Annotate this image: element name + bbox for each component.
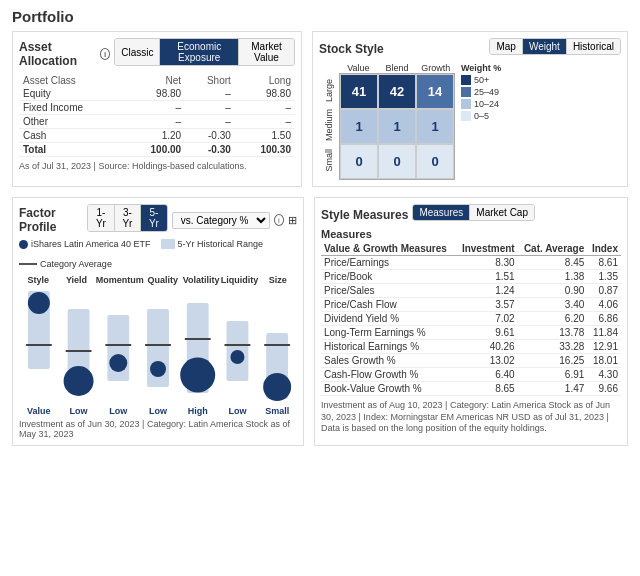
factor-profile-tabs: 1-Yr 3-Yr 5-Yr bbox=[87, 204, 168, 232]
factor-profile-grid-icon[interactable]: ⊞ bbox=[288, 214, 297, 227]
cat-legend-label: Category Average bbox=[40, 259, 112, 269]
sm-table-row: Historical Earnings %40.2633.2812.91 bbox=[321, 340, 621, 354]
tab-market-cap[interactable]: Market Cap bbox=[470, 205, 534, 220]
range-legend-label: 5-Yr Historical Range bbox=[178, 239, 264, 249]
style-measures-panel: Style Measures Measures Market Cap Measu… bbox=[314, 197, 628, 446]
fp-bottom-label: Low bbox=[218, 406, 258, 416]
legend-item: 25–49 bbox=[461, 87, 501, 97]
fp-col-headers: StyleYieldMomentumQualityVolatilityLiqui… bbox=[19, 275, 297, 285]
sm-footer: Investment as of Aug 10, 2023 | Category… bbox=[321, 400, 621, 435]
aa-table-row: Fixed Income––– bbox=[19, 101, 295, 115]
sm-col-investment: Investment bbox=[456, 242, 518, 256]
legend-item: 10–24 bbox=[461, 99, 501, 109]
style-grid-cell: 0 bbox=[416, 144, 454, 179]
fp-col-header: Yield bbox=[57, 275, 95, 285]
row-small: Small bbox=[324, 149, 334, 172]
fp-footer: Investment as of Jun 30, 2023 | Category… bbox=[19, 419, 297, 439]
tab-map[interactable]: Map bbox=[490, 39, 522, 54]
fp-col-header: Style bbox=[19, 275, 57, 285]
sm-table-row: Price/Book1.511.381.35 bbox=[321, 270, 621, 284]
asset-allocation-info-icon[interactable]: i bbox=[100, 48, 110, 60]
tab-measures[interactable]: Measures bbox=[413, 205, 470, 220]
page-title: Portfolio bbox=[12, 8, 628, 25]
range-bar-legend bbox=[161, 239, 175, 249]
style-measures-tabs: Measures Market Cap bbox=[412, 204, 535, 221]
sm-table-row: Cash-Flow Growth %6.406.914.30 bbox=[321, 368, 621, 382]
stock-style-title: Stock Style bbox=[319, 42, 384, 56]
tab-historical[interactable]: Historical bbox=[567, 39, 620, 54]
tab-economic-exposure[interactable]: Economic Exposure bbox=[160, 39, 239, 65]
style-measures-title: Style Measures bbox=[321, 208, 408, 222]
col-net: Net bbox=[125, 74, 185, 87]
asset-allocation-tabs: Classic Economic Exposure Market Value bbox=[114, 38, 295, 66]
sm-table-row: Dividend Yield %7.026.206.86 bbox=[321, 312, 621, 326]
svg-point-14 bbox=[180, 358, 215, 393]
cat-line-legend bbox=[19, 263, 37, 265]
tab-5yr[interactable]: 5-Yr bbox=[141, 205, 167, 231]
factor-profile-panel: Factor Profile 1-Yr 3-Yr 5-Yr vs. Catego… bbox=[12, 197, 304, 446]
fp-bottom-label: Low bbox=[98, 406, 138, 416]
tab-market-value[interactable]: Market Value bbox=[239, 39, 294, 65]
measures-section-label: Measures bbox=[321, 228, 621, 240]
sm-table-row: Long-Term Earnings %9.6113.7811.84 bbox=[321, 326, 621, 340]
sm-table-row: Price/Sales1.240.900.87 bbox=[321, 284, 621, 298]
sm-table-row: Price/Earnings8.308.458.61 bbox=[321, 256, 621, 270]
fp-bottom-label: High bbox=[178, 406, 218, 416]
fp-bottom-label: Low bbox=[59, 406, 99, 416]
sm-table-row: Sales Growth %13.0216.2518.01 bbox=[321, 354, 621, 368]
col-short: Short bbox=[185, 74, 235, 87]
style-grid-cell: 0 bbox=[340, 144, 378, 179]
col-blend: Blend bbox=[378, 63, 417, 73]
legend-item: 0–5 bbox=[461, 111, 501, 121]
svg-point-2 bbox=[28, 292, 50, 314]
row-large: Large bbox=[324, 79, 334, 102]
asset-allocation-title: Asset Allocation bbox=[19, 40, 96, 68]
legend-item: 50+ bbox=[461, 75, 501, 85]
factor-profile-info-icon[interactable]: i bbox=[274, 214, 284, 226]
style-grid-cell: 42 bbox=[378, 74, 416, 109]
sm-table-row: Book-Value Growth %8.651.479.66 bbox=[321, 382, 621, 396]
fp-chart bbox=[19, 285, 297, 405]
fund-legend-label: iShares Latin America 40 ETF bbox=[31, 239, 151, 249]
col-value: Value bbox=[339, 63, 378, 73]
style-legend: Weight % 50+25–4910–240–5 bbox=[461, 63, 501, 180]
col-growth: Growth bbox=[416, 63, 455, 73]
style-grid-cell: 1 bbox=[416, 109, 454, 144]
style-grid-cell: 1 bbox=[378, 109, 416, 144]
col-long: Long bbox=[235, 74, 295, 87]
svg-point-17 bbox=[230, 350, 244, 364]
fp-col-header: Liquidity bbox=[220, 275, 258, 285]
style-grid-cell: 0 bbox=[378, 144, 416, 179]
fp-bottom-label: Value bbox=[19, 406, 59, 416]
fp-bottom-label: Small bbox=[257, 406, 297, 416]
tab-weight[interactable]: Weight bbox=[523, 39, 567, 54]
fp-legend: iShares Latin America 40 ETF 5-Yr Histor… bbox=[19, 239, 297, 269]
asset-allocation-panel: Asset Allocation i Classic Economic Expo… bbox=[12, 31, 302, 187]
factor-profile-title: Factor Profile bbox=[19, 206, 83, 234]
aa-table-row: Total100.00-0.30100.30 bbox=[19, 143, 295, 157]
fp-col-header: Quality bbox=[144, 275, 182, 285]
sm-col-cat-avg: Cat. Average bbox=[518, 242, 588, 256]
fund-dot-legend bbox=[19, 240, 28, 249]
stock-style-panel: Stock Style Map Weight Historical Value … bbox=[312, 31, 628, 187]
svg-point-5 bbox=[64, 366, 94, 396]
fp-col-header: Volatility bbox=[182, 275, 220, 285]
asset-allocation-table: Asset Class Net Short Long Equity98.80–9… bbox=[19, 74, 295, 157]
fp-bottom-label: Low bbox=[138, 406, 178, 416]
stock-style-tabs: Map Weight Historical bbox=[489, 38, 621, 55]
tab-1yr[interactable]: 1-Yr bbox=[88, 205, 115, 231]
vs-category-select[interactable]: vs. Category % bbox=[172, 212, 270, 229]
tab-classic[interactable]: Classic bbox=[115, 39, 160, 65]
style-grid-cell: 1 bbox=[340, 109, 378, 144]
aa-table-row: Other––– bbox=[19, 115, 295, 129]
aa-table-row: Cash1.20-0.301.50 bbox=[19, 129, 295, 143]
svg-point-8 bbox=[109, 354, 127, 372]
col-asset-class: Asset Class bbox=[19, 74, 125, 87]
tab-3yr[interactable]: 3-Yr bbox=[115, 205, 142, 231]
sm-table-row: Price/Cash Flow3.573.404.06 bbox=[321, 298, 621, 312]
style-grid-container: Value Blend Growth Large Medium Small 41… bbox=[319, 63, 621, 180]
aa-table-row: Equity98.80–98.80 bbox=[19, 87, 295, 101]
fp-col-header: Momentum bbox=[96, 275, 144, 285]
style-grid-cell: 41 bbox=[340, 74, 378, 109]
fp-col-header: Size bbox=[259, 275, 297, 285]
